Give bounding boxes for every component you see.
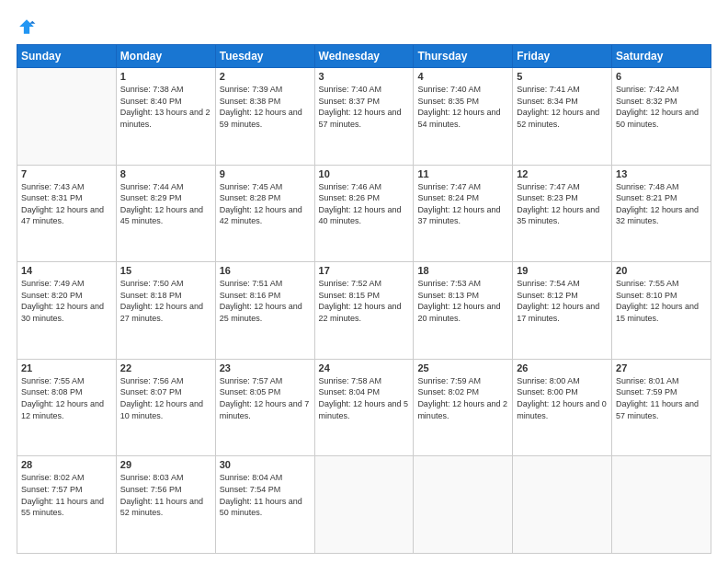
day-number: 14 (21, 265, 112, 276)
calendar-cell: 23Sunrise: 7:57 AMSunset: 8:05 PMDayligh… (215, 359, 314, 456)
day-number: 11 (417, 168, 508, 179)
day-info: Sunrise: 7:52 AMSunset: 8:15 PMDaylight:… (319, 278, 410, 324)
day-number: 30 (220, 459, 311, 470)
logo-icon (17, 17, 37, 37)
calendar-cell: 1Sunrise: 7:38 AMSunset: 8:40 PMDaylight… (116, 68, 215, 166)
calendar-cell: 2Sunrise: 7:39 AMSunset: 8:38 PMDaylight… (215, 68, 314, 166)
calendar-cell: 8Sunrise: 7:44 AMSunset: 8:29 PMDaylight… (116, 165, 215, 262)
day-number: 28 (21, 459, 112, 470)
calendar-cell: 12Sunrise: 7:47 AMSunset: 8:23 PMDayligh… (513, 165, 612, 262)
day-number: 10 (319, 168, 410, 179)
calendar-cell: 18Sunrise: 7:53 AMSunset: 8:13 PMDayligh… (414, 262, 513, 360)
calendar-cell: 27Sunrise: 8:01 AMSunset: 7:59 PMDayligh… (612, 359, 711, 456)
calendar-week-2: 14Sunrise: 7:49 AMSunset: 8:20 PMDayligh… (17, 262, 711, 360)
header (17, 17, 711, 37)
day-info: Sunrise: 7:55 AMSunset: 8:10 PMDaylight:… (616, 278, 707, 324)
day-info: Sunrise: 7:40 AMSunset: 8:37 PMDaylight:… (319, 84, 410, 130)
calendar-cell: 14Sunrise: 7:49 AMSunset: 8:20 PMDayligh… (17, 262, 117, 360)
calendar-week-4: 28Sunrise: 8:02 AMSunset: 7:57 PMDayligh… (17, 456, 711, 554)
page: SundayMondayTuesdayWednesdayThursdayFrid… (0, 0, 728, 563)
day-info: Sunrise: 8:01 AMSunset: 7:59 PMDaylight:… (616, 375, 707, 421)
calendar-cell: 30Sunrise: 8:04 AMSunset: 7:54 PMDayligh… (215, 456, 314, 554)
day-info: Sunrise: 7:46 AMSunset: 8:26 PMDaylight:… (319, 181, 410, 227)
day-number: 8 (120, 168, 211, 179)
day-number: 1 (120, 71, 211, 82)
day-info: Sunrise: 7:43 AMSunset: 8:31 PMDaylight:… (21, 181, 112, 227)
day-number: 4 (417, 71, 508, 82)
day-number: 23 (220, 362, 311, 373)
weekday-header-saturday: Saturday (612, 45, 711, 68)
day-number: 25 (417, 362, 508, 373)
calendar-cell: 17Sunrise: 7:52 AMSunset: 8:15 PMDayligh… (314, 262, 414, 360)
day-info: Sunrise: 7:48 AMSunset: 8:21 PMDaylight:… (616, 181, 707, 227)
day-info: Sunrise: 8:04 AMSunset: 7:54 PMDaylight:… (220, 472, 311, 518)
day-info: Sunrise: 7:42 AMSunset: 8:32 PMDaylight:… (616, 84, 707, 130)
day-number: 2 (220, 71, 311, 82)
calendar-cell: 5Sunrise: 7:41 AMSunset: 8:34 PMDaylight… (513, 68, 612, 166)
day-info: Sunrise: 7:56 AMSunset: 8:07 PMDaylight:… (120, 375, 211, 421)
day-number: 7 (21, 168, 112, 179)
day-number: 24 (319, 362, 410, 373)
calendar-cell: 11Sunrise: 7:47 AMSunset: 8:24 PMDayligh… (414, 165, 513, 262)
day-number: 5 (517, 71, 608, 82)
calendar-week-3: 21Sunrise: 7:55 AMSunset: 8:08 PMDayligh… (17, 359, 711, 456)
day-info: Sunrise: 7:59 AMSunset: 8:02 PMDaylight:… (417, 375, 508, 421)
calendar-cell: 22Sunrise: 7:56 AMSunset: 8:07 PMDayligh… (116, 359, 215, 456)
weekday-header-tuesday: Tuesday (215, 45, 314, 68)
calendar-cell (414, 456, 513, 554)
calendar-cell: 19Sunrise: 7:54 AMSunset: 8:12 PMDayligh… (513, 262, 612, 360)
calendar-cell: 10Sunrise: 7:46 AMSunset: 8:26 PMDayligh… (314, 165, 414, 262)
calendar-cell (612, 456, 711, 554)
calendar-week-0: 1Sunrise: 7:38 AMSunset: 8:40 PMDaylight… (17, 68, 711, 166)
calendar-cell: 20Sunrise: 7:55 AMSunset: 8:10 PMDayligh… (612, 262, 711, 360)
day-info: Sunrise: 7:54 AMSunset: 8:12 PMDaylight:… (517, 278, 608, 324)
day-number: 19 (517, 265, 608, 276)
day-info: Sunrise: 7:45 AMSunset: 8:28 PMDaylight:… (220, 181, 311, 227)
day-info: Sunrise: 7:53 AMSunset: 8:13 PMDaylight:… (417, 278, 508, 324)
day-info: Sunrise: 7:57 AMSunset: 8:05 PMDaylight:… (220, 375, 311, 421)
logo (17, 17, 40, 37)
weekday-header-monday: Monday (116, 45, 215, 68)
day-number: 9 (220, 168, 311, 179)
calendar-cell: 4Sunrise: 7:40 AMSunset: 8:35 PMDaylight… (414, 68, 513, 166)
calendar-cell: 16Sunrise: 7:51 AMSunset: 8:16 PMDayligh… (215, 262, 314, 360)
day-number: 21 (21, 362, 112, 373)
day-info: Sunrise: 7:38 AMSunset: 8:40 PMDaylight:… (120, 84, 211, 130)
calendar-cell (314, 456, 414, 554)
day-info: Sunrise: 7:50 AMSunset: 8:18 PMDaylight:… (120, 278, 211, 324)
calendar-cell (17, 68, 117, 166)
day-number: 6 (616, 71, 707, 82)
day-number: 13 (616, 168, 707, 179)
day-number: 15 (120, 265, 211, 276)
weekday-header-wednesday: Wednesday (314, 45, 414, 68)
calendar-header-row: SundayMondayTuesdayWednesdayThursdayFrid… (17, 45, 711, 68)
day-info: Sunrise: 7:44 AMSunset: 8:29 PMDaylight:… (120, 181, 211, 227)
day-number: 16 (220, 265, 311, 276)
day-info: Sunrise: 8:00 AMSunset: 8:00 PMDaylight:… (517, 375, 608, 421)
day-info: Sunrise: 7:49 AMSunset: 8:20 PMDaylight:… (21, 278, 112, 324)
calendar-cell: 9Sunrise: 7:45 AMSunset: 8:28 PMDaylight… (215, 165, 314, 262)
day-number: 26 (517, 362, 608, 373)
day-info: Sunrise: 7:55 AMSunset: 8:08 PMDaylight:… (21, 375, 112, 421)
calendar-week-1: 7Sunrise: 7:43 AMSunset: 8:31 PMDaylight… (17, 165, 711, 262)
day-info: Sunrise: 7:58 AMSunset: 8:04 PMDaylight:… (319, 375, 410, 421)
weekday-header-thursday: Thursday (414, 45, 513, 68)
day-info: Sunrise: 8:02 AMSunset: 7:57 PMDaylight:… (21, 472, 112, 518)
calendar-cell (513, 456, 612, 554)
calendar-cell: 3Sunrise: 7:40 AMSunset: 8:37 PMDaylight… (314, 68, 414, 166)
day-info: Sunrise: 8:03 AMSunset: 7:56 PMDaylight:… (120, 472, 211, 518)
weekday-header-friday: Friday (513, 45, 612, 68)
calendar-cell: 28Sunrise: 8:02 AMSunset: 7:57 PMDayligh… (17, 456, 117, 554)
svg-marker-1 (29, 21, 35, 24)
day-info: Sunrise: 7:39 AMSunset: 8:38 PMDaylight:… (220, 84, 311, 130)
calendar-cell: 24Sunrise: 7:58 AMSunset: 8:04 PMDayligh… (314, 359, 414, 456)
calendar-cell: 21Sunrise: 7:55 AMSunset: 8:08 PMDayligh… (17, 359, 117, 456)
day-number: 20 (616, 265, 707, 276)
day-number: 12 (517, 168, 608, 179)
day-info: Sunrise: 7:47 AMSunset: 8:24 PMDaylight:… (417, 181, 508, 227)
calendar-cell: 26Sunrise: 8:00 AMSunset: 8:00 PMDayligh… (513, 359, 612, 456)
day-info: Sunrise: 7:47 AMSunset: 8:23 PMDaylight:… (517, 181, 608, 227)
day-info: Sunrise: 7:51 AMSunset: 8:16 PMDaylight:… (220, 278, 311, 324)
calendar-cell: 29Sunrise: 8:03 AMSunset: 7:56 PMDayligh… (116, 456, 215, 554)
calendar-cell: 6Sunrise: 7:42 AMSunset: 8:32 PMDaylight… (612, 68, 711, 166)
